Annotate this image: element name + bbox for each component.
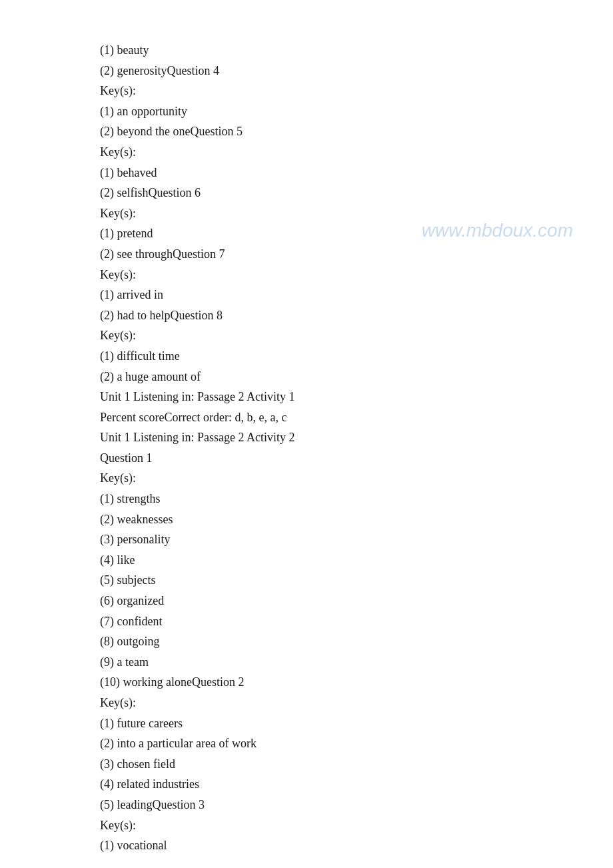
text-line: (2) see throughQuestion 7 bbox=[100, 244, 613, 265]
text-line: Key(s): bbox=[100, 325, 613, 346]
text-line: (10) working aloneQuestion 2 bbox=[100, 672, 613, 693]
text-line: Question 1 bbox=[100, 448, 613, 469]
text-line: (2) a huge amount of bbox=[100, 367, 613, 387]
text-line: Unit 1 Listening in: Passage 2 Activity … bbox=[100, 387, 613, 407]
text-line: (4) related industries bbox=[100, 774, 613, 795]
text-line: (1) strengths bbox=[100, 489, 613, 509]
text-line: (3) personality bbox=[100, 529, 613, 550]
text-line: Unit 1 Listening in: Passage 2 Activity … bbox=[100, 427, 613, 448]
text-line: (2) beyond the oneQuestion 5 bbox=[100, 121, 613, 142]
text-line: Key(s): bbox=[100, 693, 613, 713]
text-line: (1) beauty bbox=[100, 40, 613, 61]
content-block: (1) beauty(2) generosityQuestion 4Key(s)… bbox=[100, 40, 613, 856]
text-line: (2) weaknesses bbox=[100, 509, 613, 530]
text-line: (2) into a particular area of work bbox=[100, 733, 613, 754]
text-line: (5) subjects bbox=[100, 570, 613, 591]
text-line: (4) like bbox=[100, 550, 613, 571]
text-line: Percent scoreCorrect order: d, b, e, a, … bbox=[100, 407, 613, 428]
text-line: (5) leadingQuestion 3 bbox=[100, 795, 613, 815]
text-line: (8) outgoing bbox=[100, 631, 613, 652]
text-line: (6) organized bbox=[100, 591, 613, 611]
text-line: (1) vocational bbox=[100, 835, 613, 856]
text-line: Key(s): bbox=[100, 815, 613, 836]
text-line: Key(s): bbox=[100, 265, 613, 285]
text-line: (1) an opportunity bbox=[100, 101, 613, 122]
text-line: (1) difficult time bbox=[100, 346, 613, 367]
text-line: (3) chosen field bbox=[100, 754, 613, 775]
text-line: (1) behaved bbox=[100, 163, 613, 183]
text-line: (1) pretend bbox=[100, 223, 613, 244]
text-line: Key(s): bbox=[100, 81, 613, 101]
text-line: (2) selfishQuestion 6 bbox=[100, 183, 613, 203]
text-line: (2) generosityQuestion 4 bbox=[100, 61, 613, 81]
text-line: (7) confident bbox=[100, 611, 613, 632]
text-line: (1) future careers bbox=[100, 713, 613, 734]
text-line: Key(s): bbox=[100, 468, 613, 489]
text-line: (1) arrived in bbox=[100, 285, 613, 305]
text-line: (9) a team bbox=[100, 652, 613, 673]
text-line: Key(s): bbox=[100, 203, 613, 224]
text-line: Key(s): bbox=[100, 142, 613, 163]
text-line: (2) had to helpQuestion 8 bbox=[100, 305, 613, 326]
